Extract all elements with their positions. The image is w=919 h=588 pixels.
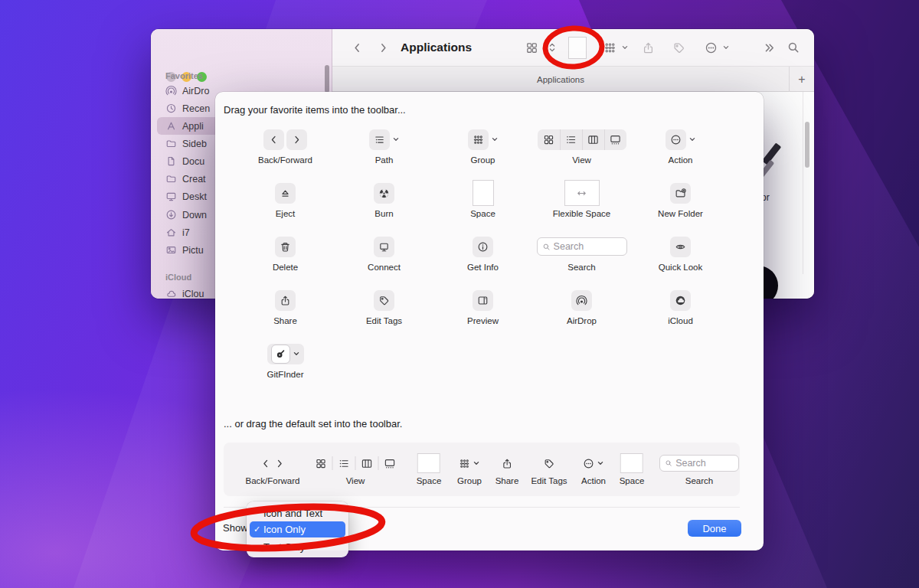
palette-item-group[interactable]: Group [433,124,532,178]
default-item-edit-tags[interactable]: Edit Tags [531,452,567,485]
action-button[interactable] [703,29,718,66]
palette-label: Preview [467,316,499,325]
icon-size-stepper[interactable] [548,29,557,66]
palette-item-edit-tags[interactable]: Edit Tags [335,285,433,338]
chevron-down-icon [621,44,629,51]
done-button[interactable]: Done [688,520,741,537]
palette-label: AirDrop [567,316,597,325]
palette-item-space[interactable]: Space [433,178,532,231]
default-item-view[interactable]: View [316,452,396,485]
share-button[interactable] [640,29,656,66]
content-divider [803,92,803,274]
tags-button[interactable] [671,29,686,66]
palette-item-delete[interactable]: Delete [236,231,335,285]
chevron-down-icon [491,136,499,143]
palette-item-flexible-space[interactable]: Flexible Space [532,178,631,231]
palette-label: Eject [276,209,296,218]
back-button[interactable] [346,29,368,66]
forward-button[interactable] [372,29,394,66]
group-button[interactable] [602,29,617,66]
divider [332,456,333,470]
toolbar-space-placeholder[interactable] [568,37,587,59]
group-chevron[interactable] [620,29,630,66]
search-field[interactable] [659,455,739,472]
search-icon [542,242,551,252]
view-columns-icon [361,458,373,469]
airdrop-icon [165,85,177,96]
tab-applications[interactable]: Applications [332,67,789,92]
search-field[interactable] [537,237,627,256]
menu-item-label: Icon and Text [263,508,322,519]
search-input[interactable] [675,458,734,469]
palette-label: Back/Forward [258,155,312,165]
palette-label: Action [669,155,693,165]
palette-item-burn[interactable]: Burn [335,178,433,231]
palette-item-path[interactable]: Path [335,124,433,178]
chevron-down-icon [293,350,300,358]
partial-app-icon[interactable] [762,139,782,188]
menu-item-icon-and-text[interactable]: ✓Icon and Text [250,505,345,521]
icloud-icon [670,290,691,311]
palette-item-icloud[interactable]: iCloud [631,285,730,338]
action-chevron[interactable] [721,29,731,66]
palette-label: Edit Tags [366,316,402,325]
palette-item-search[interactable]: Search [532,231,631,285]
view-segmented-control [538,129,626,150]
group-icon [459,458,470,469]
default-item-space-2[interactable]: Space [620,452,645,485]
icon-size-button[interactable] [524,29,539,66]
default-item-action[interactable]: Action [581,452,606,485]
search-button[interactable] [786,29,801,66]
palette-label: Share [273,316,297,325]
sidebar-item-label: Docu [182,156,204,167]
palette-item-share[interactable]: Share [236,285,335,338]
menu-item-icon-only[interactable]: ✓Icon Only [250,521,345,537]
palette-label: Group [471,155,495,165]
menu-item-text-only[interactable]: ✓Text Only [250,539,345,555]
sidebar-scrollbar[interactable] [325,65,329,93]
share-icon [502,458,513,469]
search-input[interactable] [554,241,622,252]
palette-item-connect[interactable]: Connect [335,231,433,285]
palette-item-new-folder[interactable]: New Folder [631,178,730,231]
chevron-down-icon [688,136,696,143]
palette-label: Flexible Space [553,209,610,218]
vertical-scrollbar[interactable] [805,122,809,168]
new-tab-button[interactable]: + [789,67,814,92]
palette-label: New Folder [658,209,703,218]
palette-item-gitfinder[interactable]: GitFInder [236,338,335,392]
default-item-search[interactable]: Search [659,452,739,485]
chevron-down-icon [392,136,400,143]
palette-item-quick-look[interactable]: Quick Look [631,231,730,285]
preview-icon [473,290,493,311]
default-item-share[interactable]: Share [495,452,519,485]
palette-item-action[interactable]: Action [631,124,730,178]
palette-item-preview[interactable]: Preview [433,285,532,338]
palette-label: iCloud [668,316,693,325]
path-icon [369,129,390,150]
default-item-back-forward[interactable]: Back/Forward [246,452,300,485]
sidebar-item-label: iClou [182,289,204,299]
default-item-group[interactable]: Group [457,452,482,485]
share-icon [642,41,655,54]
default-item-space[interactable]: Space [417,452,442,485]
space-ghost-outline [568,37,587,59]
palette-item-get-info[interactable]: Get Info [433,231,532,285]
palette-item-back-forward[interactable]: Back/Forward [236,124,335,178]
palette-label: Burn [374,209,393,218]
default-item-label: Action [581,476,606,485]
default-toolbar-set[interactable]: Back/Forward View Space Group Share Edit… [224,443,740,496]
sidebar-section-favorites: Favorites [165,71,203,80]
view-columns-icon [582,129,604,150]
chevron-down-icon [597,459,604,467]
photo-icon [165,244,177,256]
palette-item-view[interactable]: View [532,124,631,178]
palette-item-airdrop[interactable]: AirDrop [532,285,631,338]
palette-item-eject[interactable]: Eject [236,178,335,231]
chevron-down-icon [722,44,730,51]
toolbar-overflow-button[interactable] [761,29,777,66]
tag-icon [374,290,394,311]
back-icon [260,458,272,469]
applications-icon [165,120,177,132]
space-ghost [417,453,440,473]
